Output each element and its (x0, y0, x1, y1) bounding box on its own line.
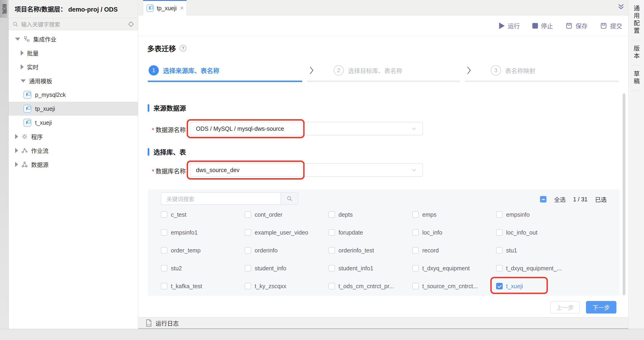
step-1[interactable]: 1 选择来源库、表名称 (148, 65, 220, 76)
checkbox-unchecked[interactable] (496, 211, 502, 218)
checkbox-unchecked[interactable] (245, 247, 251, 254)
sidebar-item-通用模板[interactable]: 通用模板 (8, 74, 138, 88)
selected-filter-label[interactable]: 已选 (595, 195, 606, 204)
step-3[interactable]: 3 表名称映射 (491, 65, 535, 76)
checkbox-unchecked[interactable] (496, 229, 502, 236)
sidebar-item-t_xueji[interactable]: Pt_xueji (8, 116, 138, 130)
table-option-cont_order[interactable]: cont_order (245, 211, 328, 218)
checkbox-unchecked[interactable] (161, 265, 168, 272)
checkbox-unchecked[interactable] (245, 283, 251, 289)
checkbox-unchecked[interactable] (496, 247, 502, 254)
collapse-panel-icon[interactable] (617, 3, 625, 11)
checkbox-unchecked[interactable] (412, 283, 419, 289)
caret-right-icon[interactable] (21, 64, 24, 70)
run-button[interactable]: 运行 (499, 21, 520, 30)
caret-down-icon[interactable] (15, 38, 20, 41)
sidebar-search-input[interactable]: 输入关键字搜索 (8, 18, 138, 30)
checkbox-unchecked[interactable] (245, 229, 251, 236)
table-option-loc_info[interactable]: loc_info (412, 229, 496, 236)
checkbox-unchecked[interactable] (412, 229, 419, 236)
sidebar-item-程序[interactable]: 程序 (8, 130, 138, 144)
step3-circle: 3 (491, 65, 501, 76)
checkbox-unchecked[interactable] (328, 283, 335, 289)
caret-right-icon[interactable] (15, 134, 18, 139)
checkbox-unchecked[interactable] (328, 229, 335, 236)
right-rail-tab-草稿[interactable]: 草稿 (632, 66, 640, 91)
table-option-orderinfo_test[interactable]: orderinfo_test (328, 247, 412, 254)
table-option-record[interactable]: record (412, 247, 496, 254)
checkbox-unchecked[interactable] (328, 265, 335, 272)
checkbox-unchecked[interactable] (161, 247, 168, 254)
table-option-t_kafka_test[interactable]: t_kafka_test (161, 283, 245, 289)
table-option-t_xueji[interactable]: t_xueji (496, 283, 620, 289)
checkbox-checked[interactable] (496, 283, 502, 289)
search-icon (12, 21, 18, 27)
checkbox-unchecked[interactable] (412, 211, 419, 218)
sidebar-item-label: tp_xueji (35, 106, 55, 112)
table-search-input[interactable]: 关键词搜索 (161, 192, 280, 205)
table-option-student_info1[interactable]: student_info1 (328, 265, 412, 272)
table-search-button[interactable] (280, 192, 298, 205)
checkbox-unchecked[interactable] (245, 211, 251, 218)
right-rail-tab-通用配置[interactable]: 通用配置 (632, 0, 640, 40)
tab-close-icon[interactable]: × (180, 5, 184, 12)
checkbox-unchecked[interactable] (161, 283, 168, 289)
checkbox-unchecked[interactable] (328, 211, 335, 218)
table-option-loc_info_out[interactable]: loc_info_out (496, 229, 620, 236)
sidebar-item-数据源[interactable]: 数据源 (8, 158, 138, 172)
checkbox-unchecked[interactable] (161, 229, 168, 236)
table-option-depts[interactable]: depts (328, 211, 412, 218)
table-option-t_ods_cm_cntrct_pr...[interactable]: t_ods_cm_cntrct_pr... (328, 283, 412, 289)
caret-right-icon[interactable] (21, 50, 24, 56)
table-search: 关键词搜索 (161, 192, 298, 205)
table-option-forupdate[interactable]: forupdate (328, 229, 412, 236)
run-log-bar[interactable]: LOG 运行日志 (138, 317, 628, 329)
checkbox-unchecked[interactable] (412, 265, 419, 272)
table-option-stu2[interactable]: stu2 (161, 265, 245, 272)
table-option-t_dxyq_equipment[interactable]: t_dxyq_equipment (412, 265, 496, 272)
checkbox-unchecked[interactable] (245, 265, 251, 272)
sidebar-item-集成作业[interactable]: 集成作业 (8, 32, 138, 46)
save-button[interactable]: 保存 (566, 21, 588, 30)
checkbox-unchecked[interactable] (496, 265, 502, 272)
table-option-empsinfo[interactable]: empsinfo (496, 211, 620, 218)
select-all-checkbox[interactable] (540, 196, 546, 202)
table-option-emps[interactable]: emps (412, 211, 496, 218)
sidebar-item-tp_xueji[interactable]: Ptp_xueji (8, 102, 138, 116)
help-icon[interactable]: ? (180, 45, 186, 52)
datasource-select[interactable]: ODS / MySQL / mysql-dws-source (190, 122, 423, 136)
next-step-button[interactable]: 下一步 (586, 301, 616, 314)
right-rail-tab-版本[interactable]: 版本 (632, 40, 640, 66)
caret-right-icon[interactable] (15, 148, 18, 153)
table-option-empsinfo1[interactable]: empsinfo1 (161, 229, 245, 236)
table-option-stu1[interactable]: stu1 (496, 247, 620, 254)
previous-step-button[interactable]: 上一步 (550, 301, 580, 314)
vertical-scrollbar[interactable] (623, 93, 626, 296)
table-option-student_info[interactable]: student_info (245, 265, 328, 272)
database-select[interactable]: dws_source_dev (190, 163, 423, 177)
caret-down-icon[interactable] (21, 80, 26, 82)
job-icon: P (24, 91, 31, 99)
datasource-select-value: ODS / MySQL / mysql-dws-source (196, 126, 284, 132)
resources-rail-tab[interactable]: 资源 (0, 0, 8, 18)
table-option-order_temp[interactable]: order_temp (161, 247, 245, 254)
sidebar-item-作业流[interactable]: 作业流 (8, 144, 138, 158)
table-option-t_dxyq_equipment_...[interactable]: t_dxyq_equipment_... (496, 265, 620, 272)
checkbox-unchecked[interactable] (161, 211, 168, 218)
sidebar-item-批量[interactable]: 批量 (8, 46, 138, 60)
sidebar-item-实时[interactable]: 实时 (8, 60, 138, 74)
table-option-t_ky_zscqxx[interactable]: t_ky_zscqxx (245, 283, 328, 289)
submit-button[interactable]: 提交 (600, 21, 622, 30)
locate-icon[interactable] (128, 21, 134, 28)
caret-right-icon[interactable] (15, 162, 18, 167)
step-2[interactable]: 2 选择目标库、表名称 (334, 65, 402, 76)
stop-button[interactable]: 停止 (532, 21, 553, 30)
table-option-orderinfo[interactable]: orderinfo (245, 247, 328, 254)
table-option-example_user_video[interactable]: example_user_video (245, 229, 328, 236)
sidebar-item-p_mysql2ck[interactable]: Pp_mysql2ck (8, 88, 138, 102)
table-option-t_source_cm_cntrct...[interactable]: t_source_cm_cntrct... (412, 283, 496, 289)
checkbox-unchecked[interactable] (328, 247, 335, 254)
checkbox-unchecked[interactable] (412, 247, 419, 254)
tab-tp-xueji[interactable]: P tp_xueji × (143, 0, 187, 15)
table-option-c_test[interactable]: c_test (161, 211, 245, 218)
